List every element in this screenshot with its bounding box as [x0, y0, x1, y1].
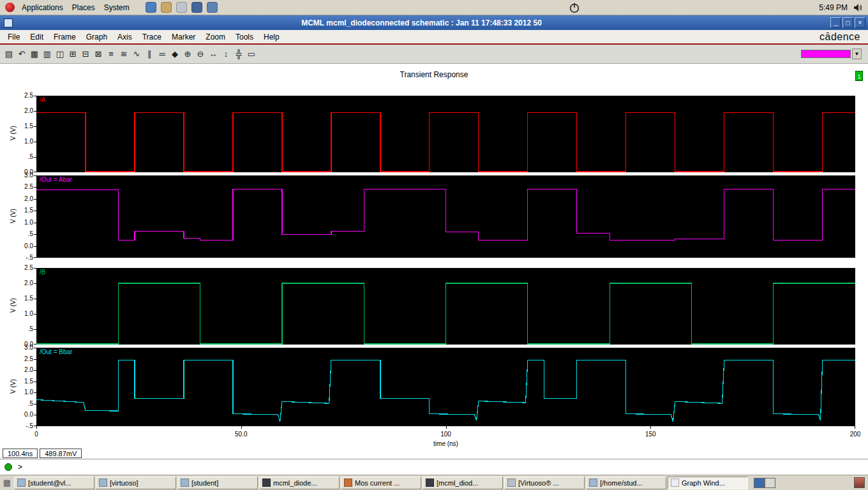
add-subwindow-icon[interactable]: ⊞ [66, 48, 79, 61]
y-tick-label: 1.5 [1, 207, 33, 214]
panel-menus: ApplicationsPlacesSystem [17, 1, 134, 14]
y-tick-label: 1.0 [1, 219, 33, 226]
terminal-icon [17, 479, 26, 487]
menu-axis[interactable]: Axis [112, 31, 137, 43]
clock[interactable]: 5:49 PM [819, 3, 848, 12]
task-button[interactable]: mcml_diode... [259, 477, 340, 489]
x-axis-title: time (ns) [36, 440, 855, 447]
workspace-cell-active[interactable] [754, 478, 765, 488]
launcher-web-browser-icon[interactable] [146, 2, 156, 13]
menu-help[interactable]: Help [258, 31, 285, 43]
page-badge[interactable]: 1 [855, 71, 863, 81]
task-button[interactable]: Graph Wind... [668, 477, 748, 489]
y-tick-label: 2.0 [1, 366, 33, 373]
workspace-switcher[interactable] [754, 478, 775, 488]
y-tick-label: 1.5 [1, 378, 33, 385]
undo-icon[interactable]: ↶ [15, 48, 28, 61]
trace-label[interactable]: /Out = Bbar [38, 348, 73, 356]
point-marker-icon[interactable]: ◆ [168, 48, 181, 61]
window-menu-icon[interactable] [4, 19, 13, 27]
y-tick-label: 2.5 [1, 264, 33, 271]
x-tick-mark [650, 426, 651, 429]
schematic-icon [262, 479, 271, 487]
virtuoso-icon [507, 479, 516, 487]
menu-applications[interactable]: Applications [17, 1, 68, 14]
y-tick-label: -.5 [1, 422, 33, 429]
menu-file[interactable]: File [3, 31, 25, 43]
minimize-button[interactable]: _ [830, 17, 841, 28]
task-button[interactable]: [virtuoso] [96, 477, 176, 489]
terminal-icon [99, 479, 107, 487]
zoom-y-icon[interactable]: ↕ [220, 48, 232, 61]
distro-logo-icon[interactable] [5, 3, 15, 12]
launcher-terminal-icon[interactable] [191, 2, 202, 13]
x-tick-label: 50.0 [235, 431, 247, 438]
strip-list-icon[interactable]: ▥ [41, 48, 54, 61]
trace-label[interactable]: /Out = Abar [38, 176, 73, 184]
trace-color-swatch[interactable] [801, 50, 851, 58]
launcher-email-icon[interactable] [161, 2, 172, 13]
trace-label[interactable]: /B [38, 269, 47, 276]
menu-tools[interactable]: Tools [230, 31, 258, 43]
overlay-mode-icon[interactable]: ≋ [117, 48, 130, 61]
shutdown-icon[interactable] [569, 2, 580, 13]
task-button[interactable]: [student] [177, 477, 258, 489]
copy-window-icon[interactable]: ⊠ [92, 48, 105, 61]
task-label: Mos current ... [355, 479, 400, 487]
maximize-button[interactable]: □ [842, 17, 853, 28]
command-line[interactable]: > [0, 459, 868, 474]
menu-graph[interactable]: Graph [81, 31, 112, 43]
task-button[interactable]: [student@vl... [14, 477, 94, 489]
waveform-canvas[interactable] [36, 175, 855, 258]
panel-launchers [146, 2, 218, 13]
launcher-documents-icon[interactable] [176, 2, 187, 13]
menu-places[interactable]: Places [68, 1, 100, 14]
desktop: ApplicationsPlacesSystem 5:49 PM MCML mc… [0, 0, 868, 490]
task-button[interactable]: Mos current ... [341, 477, 421, 489]
prompt-label: > [18, 463, 22, 471]
waveform-canvas[interactable] [36, 268, 855, 345]
menu-trace[interactable]: Trace [137, 31, 167, 43]
menu-edit[interactable]: Edit [25, 31, 49, 43]
menu-frame[interactable]: Frame [49, 31, 81, 43]
workspace-cell[interactable] [765, 478, 775, 488]
trace-style-icon[interactable]: ∿ [130, 48, 143, 61]
strip-mode-icon[interactable]: ≡ [105, 48, 117, 61]
task-button[interactable]: [/home/stud... [586, 477, 666, 489]
menu-zoom[interactable]: Zoom [200, 31, 230, 43]
print-icon[interactable]: ▤ [3, 48, 15, 61]
x-cursor-readout: 100.4ns [3, 449, 38, 458]
fit-icon[interactable]: ▭ [245, 48, 258, 61]
trace-label[interactable]: /A [38, 96, 47, 104]
task-label: Graph Wind... [682, 479, 725, 487]
window-split-icon[interactable]: ◫ [54, 48, 66, 61]
cursor-readouts: 100.4ns 489.87mV [3, 449, 82, 458]
task-label: [/home/stud... [600, 479, 643, 487]
window-list-icon[interactable]: ▦ [2, 478, 12, 488]
waveform-canvas[interactable] [36, 348, 855, 426]
zoom-out-icon[interactable]: ⊖ [194, 48, 207, 61]
menu-marker[interactable]: Marker [167, 31, 200, 43]
close-button[interactable]: × [855, 17, 865, 28]
horizontal-marker-icon[interactable]: ═ [156, 48, 168, 61]
x-tick-mark [446, 426, 447, 429]
vertical-marker-icon[interactable]: ∥ [143, 48, 156, 61]
delete-subwindow-icon[interactable]: ⊟ [79, 48, 92, 61]
waveform-canvas[interactable] [36, 96, 855, 172]
panel-right: 5:49 PM [819, 3, 863, 13]
grid-icon[interactable]: ▦ [28, 48, 41, 61]
y-tick-label: .5 [1, 153, 33, 160]
window-titlebar[interactable]: MCML mcml_diodeconnected schematic : Jan… [0, 15, 868, 30]
task-button[interactable]: [Virtuoso® ... [504, 477, 585, 489]
task-label: mcml_diode... [273, 479, 317, 487]
menu-system[interactable]: System [100, 1, 134, 14]
task-button[interactable]: [mcml_diod... [423, 477, 503, 489]
panel-applet-icon[interactable] [854, 477, 865, 488]
launcher-help-icon[interactable] [207, 2, 218, 13]
color-dropdown-arrow-icon[interactable]: ▼ [852, 48, 862, 59]
zoom-x-icon[interactable]: ↔ [207, 48, 220, 61]
volume-icon[interactable] [853, 3, 863, 13]
zoom-in-icon[interactable]: ⊕ [181, 48, 194, 61]
window-controls: _□× [830, 17, 865, 28]
pan-icon[interactable]: ╬ [232, 48, 245, 61]
